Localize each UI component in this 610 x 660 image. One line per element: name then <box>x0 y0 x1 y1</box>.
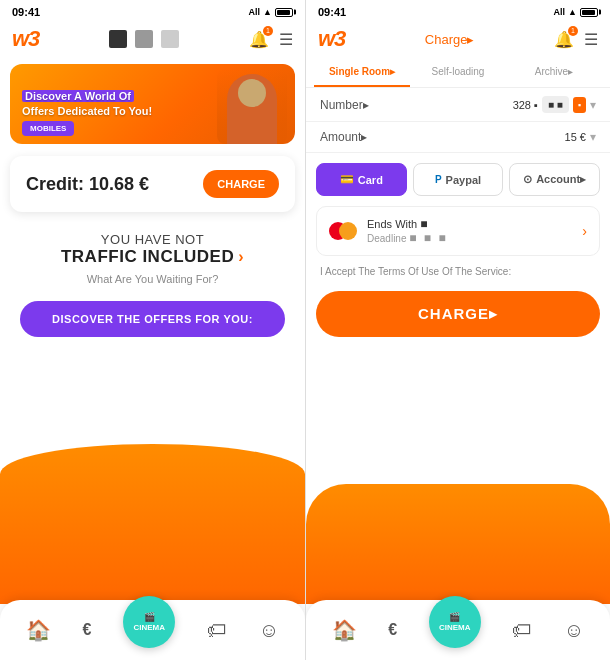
charge-title: Charge▸ <box>425 32 475 47</box>
pay-paypal-button[interactable]: P Paypal <box>413 163 504 196</box>
number-row: Number▸ 328 ▪ ■ ■ ▪ ▾ <box>306 88 610 122</box>
credit-label: Credit: <box>26 174 84 194</box>
arrow-icon: › <box>238 248 244 266</box>
icon-gray-left <box>135 30 153 48</box>
right-header-icons-left: 🔔 1 ☰ <box>249 30 293 49</box>
amount-chevron[interactable]: ▾ <box>590 130 596 144</box>
deadline-dots: ■ ■ ■ <box>409 231 447 245</box>
nav-home-right[interactable]: 🏠 <box>332 618 357 642</box>
charge-big-button[interactable]: CHARGE▸ <box>316 291 600 337</box>
phone-left: 09:41 All ▲ w3 🔔 1 ☰ Discover A World <box>0 0 305 660</box>
tab-archive[interactable]: Archive▸ <box>506 58 602 87</box>
battery-left <box>275 8 293 17</box>
banner-left: Discover A World Of Offers Dedicated To … <box>10 64 295 144</box>
number-chip: ■ ■ <box>542 96 569 113</box>
banner-btn-left[interactable]: MOBILES <box>22 121 74 136</box>
card-ends-dots: ■ <box>420 217 429 231</box>
icon-black-left <box>109 30 127 48</box>
number-value: 328 ▪ ■ ■ ▪ ▾ <box>513 96 596 113</box>
banner-content-left: Discover A World Of Offers Dedicated To … <box>22 89 152 120</box>
bell-badge-left: 1 <box>263 26 273 36</box>
number-chevron[interactable]: ▾ <box>590 98 596 112</box>
nav-cinema-left[interactable]: 🎬 CINEMA <box>123 596 175 648</box>
credit-value: 10.68 € <box>89 174 149 194</box>
cinema-label-right: 🎬 CINEMA <box>439 612 471 632</box>
paypal-icon: P <box>435 174 442 185</box>
card-deadline: Deadline ■ ■ ■ <box>367 231 572 245</box>
payment-methods: 💳 Card P Paypal ⊙ Account▸ <box>306 153 610 202</box>
number-val: 328 ▪ <box>513 99 538 111</box>
nav-tag-right[interactable]: 🏷 <box>512 619 532 642</box>
header-left: w3 🔔 1 ☰ <box>0 22 305 58</box>
banner-text-left: Discover A World Of Offers Dedicated To … <box>22 89 152 120</box>
card-icon: 💳 <box>340 173 354 186</box>
flag-chip: ▪ <box>573 97 586 113</box>
number-label: Number▸ <box>320 98 369 112</box>
phone-right: 09:41 All ▲ w3 Charge▸ 🔔 1 ☰ Single Room… <box>305 0 610 660</box>
banner-woman-left <box>217 69 287 144</box>
status-bar-left: 09:41 All ▲ <box>0 0 305 22</box>
card-arrow-icon[interactable]: › <box>582 223 587 239</box>
status-icons-right: All ▲ <box>554 7 598 17</box>
nav-face-left[interactable]: ☺ <box>259 619 279 642</box>
no-traffic-section: YOU HAVE NOT TRAFFIC INCLUDED › What Are… <box>0 218 305 291</box>
time-left: 09:41 <box>12 6 40 18</box>
no-traffic-line2: TRAFFIC INCLUDED › <box>20 247 285 267</box>
amount-val: 15 € <box>565 131 586 143</box>
right-header-icons-right: 🔔 1 ☰ <box>554 30 598 49</box>
nav-tag-left[interactable]: 🏷 <box>207 619 227 642</box>
status-bar-right: 09:41 All ▲ <box>306 0 610 22</box>
orange-bottom-right <box>306 484 610 604</box>
woman-silhouette <box>227 74 277 144</box>
card-ends-label: Ends With ■ <box>367 217 572 231</box>
terms-text: I Accept The Terms Of Use Of The Service… <box>306 260 610 283</box>
nav-euro-right[interactable]: € <box>388 621 397 639</box>
tab-single-room[interactable]: Single Room▸ <box>314 58 410 87</box>
tabs-right: Single Room▸ Self-loading Archive▸ <box>306 58 610 88</box>
filter-icon-left[interactable]: ☰ <box>279 30 293 49</box>
bell-icon-right[interactable]: 🔔 1 <box>554 30 574 49</box>
credit-amount: Credit: 10.68 € <box>26 174 149 195</box>
amount-label: Amount▸ <box>320 130 367 144</box>
icon-light-left <box>161 30 179 48</box>
time-right: 09:41 <box>318 6 346 18</box>
saved-card-row[interactable]: Ends With ■ Deadline ■ ■ ■ › <box>316 206 600 256</box>
credit-card-section: Credit: 10.68 € CHARGE <box>10 156 295 212</box>
amount-value: 15 € ▾ <box>565 130 596 144</box>
signal-left: All <box>249 7 261 17</box>
battery-right <box>580 8 598 17</box>
nav-home-left[interactable]: 🏠 <box>26 618 51 642</box>
header-right: w3 Charge▸ 🔔 1 ☰ <box>306 22 610 58</box>
logo-right: w3 <box>318 26 345 52</box>
nav-euro-left[interactable]: € <box>83 621 92 639</box>
orange-wave-left <box>0 444 305 604</box>
status-icons-left: All ▲ <box>249 7 293 17</box>
card-info: Ends With ■ Deadline ■ ■ ■ <box>367 217 572 245</box>
bottom-nav-right: 🏠 € 🎬 CINEMA 🏷 ☺ <box>306 600 610 660</box>
bell-icon-left[interactable]: 🔔 1 <box>249 30 269 49</box>
wifi-icon-right: ▲ <box>568 7 577 17</box>
no-traffic-line1: YOU HAVE NOT <box>20 232 285 247</box>
banner-line2: Offers Dedicated To You! <box>22 105 152 117</box>
no-traffic-subtitle: What Are You Waiting For? <box>20 273 285 285</box>
header-icons-left <box>109 30 179 48</box>
logo-left: w3 <box>12 26 39 52</box>
wifi-icon-left: ▲ <box>263 7 272 17</box>
bottom-nav-left: 🏠 € 🎬 CINEMA 🏷 ☺ <box>0 600 305 660</box>
nav-face-right[interactable]: ☺ <box>564 619 584 642</box>
bell-badge-right: 1 <box>568 26 578 36</box>
pay-account-button[interactable]: ⊙ Account▸ <box>509 163 600 196</box>
amount-row: Amount▸ 15 € ▾ <box>306 122 610 153</box>
signal-right: All <box>554 7 566 17</box>
discover-offers-button[interactable]: DISCOVER THE OFFERS FOR YOU: <box>20 301 285 337</box>
charge-button-small[interactable]: CHARGE <box>203 170 279 198</box>
account-icon: ⊙ <box>523 173 532 186</box>
filter-icon-right[interactable]: ☰ <box>584 30 598 49</box>
cinema-label-left: 🎬 CINEMA <box>133 612 165 632</box>
nav-cinema-right[interactable]: 🎬 CINEMA <box>429 596 481 648</box>
pay-card-button[interactable]: 💳 Card <box>316 163 407 196</box>
tab-self-loading[interactable]: Self-loading <box>410 58 506 87</box>
banner-line1: Discover A World Of <box>22 90 134 102</box>
mastercard-icon <box>329 222 357 240</box>
